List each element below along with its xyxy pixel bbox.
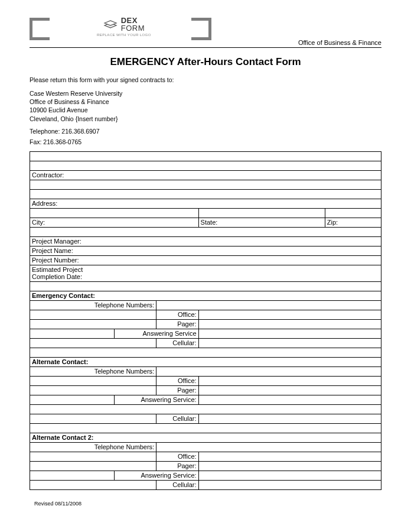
pager-label: Pager: (156, 461, 198, 471)
table-row (30, 180, 381, 189)
telephone-numbers-label: Telephone Numbers: (30, 300, 156, 310)
address-label: Address: (30, 199, 381, 208)
project-manager-label: Project Manager: (30, 236, 381, 246)
zip-label: Zip: (325, 218, 381, 227)
table-row: Address: (30, 199, 381, 208)
cellular-label: Cellular: (156, 480, 198, 489)
table-row (30, 189, 381, 199)
bracket-left-icon (30, 18, 50, 40)
table-row: City: State: Zip: (30, 218, 381, 227)
table-row: Project Name: (30, 246, 381, 255)
table-row: Answering Service: (30, 395, 381, 404)
state-label: State: (198, 218, 325, 227)
table-row (30, 423, 381, 433)
emergency-contact-header: Emergency Contact: (30, 291, 381, 300)
project-number-label: Project Number: (30, 255, 381, 265)
project-name-label: Project Name: (30, 246, 381, 255)
alternate-contact-2-header: Alternate Contact 2: (30, 433, 381, 442)
city-label: City: (30, 218, 199, 227)
telephone-label: Telephone: 216.368.6907 (30, 128, 381, 135)
table-row: Pager: (30, 461, 381, 471)
pager-label: Pager: (156, 385, 198, 395)
addr-line3: 10900 Euclid Avenue (30, 106, 381, 114)
table-row: Answering Service (30, 329, 381, 338)
table-row: Telephone Numbers: (30, 366, 381, 376)
table-row (30, 404, 381, 414)
telephone-numbers-label: Telephone Numbers: (30, 442, 156, 452)
addr-line2: Office of Business & Finance (30, 98, 381, 106)
table-row (30, 227, 381, 236)
logo-subtitle: REPLACE WITH YOUR LOGO (97, 33, 151, 37)
office-label: Office of Business & Finance (298, 39, 381, 46)
answering-label: Answering Service: (114, 471, 198, 480)
table-row: Telephone Numbers: (30, 300, 381, 310)
table-row: Project Manager: (30, 236, 381, 246)
table-row: Answering Service: (30, 471, 381, 480)
table-row (30, 161, 381, 170)
page-title: EMERGENCY After-Hours Contact Form (30, 56, 381, 68)
table-row (30, 151, 381, 161)
table-row: Office: (30, 376, 381, 385)
telephone-numbers-label: Telephone Numbers: (30, 366, 156, 376)
est-completion-label: Estimated ProjectCompletion Date: (30, 265, 381, 281)
header: DEX FORM REPLACE WITH YOUR LOGO Office o… (30, 18, 381, 46)
office-label: Office: (156, 376, 198, 385)
bracket-right-icon (191, 18, 211, 40)
table-row: Telephone Numbers: (30, 442, 381, 452)
intro-text: Please return this form with your signed… (30, 76, 381, 83)
contractor-label: Contractor: (30, 170, 381, 180)
logo-form-text: FORM (121, 24, 145, 33)
table-row (30, 281, 381, 291)
answering-label: Answering Service (114, 329, 198, 338)
table-row: Office: (30, 310, 381, 319)
pager-label: Pager: (156, 319, 198, 329)
addr-line1: Case Western Reserve University (30, 89, 381, 98)
table-row: Alternate Contact 2: (30, 433, 381, 442)
table-row: Emergency Contact: (30, 291, 381, 300)
logo: DEX FORM REPLACE WITH YOUR LOGO (97, 17, 151, 37)
table-row: Alternate Contact: (30, 357, 381, 366)
header-divider (30, 47, 381, 48)
table-row: Estimated ProjectCompletion Date: (30, 265, 381, 281)
cellular-label: Cellular: (156, 338, 198, 348)
answering-label: Answering Service: (114, 395, 198, 404)
table-row: Contractor: (30, 170, 381, 180)
addr-line4: Cleveland, Ohio {Insert number} (30, 115, 381, 123)
table-row (30, 348, 381, 357)
office-label: Office: (156, 452, 198, 461)
table-row: Office: (30, 452, 381, 461)
table-row: Cellular: (30, 414, 381, 423)
table-row (30, 208, 381, 218)
return-address: Case Western Reserve University Office o… (30, 89, 381, 123)
table-row: Pager: (30, 385, 381, 395)
form-table: Contractor: Address: City: State: Zip: P… (30, 151, 381, 490)
table-row: Cellular: (30, 338, 381, 348)
table-row: Pager: (30, 319, 381, 329)
table-row: Project Number: (30, 255, 381, 265)
table-row: Cellular: (30, 480, 381, 489)
office-label: Office: (156, 310, 198, 319)
revised-date: Revised 08/11/2008 (34, 501, 381, 507)
fax-label: Fax: 216.368-0765 (30, 138, 381, 145)
dexform-logo-icon (103, 18, 118, 30)
cellular-label: Cellular: (156, 414, 198, 423)
alternate-contact-header: Alternate Contact: (30, 357, 381, 366)
